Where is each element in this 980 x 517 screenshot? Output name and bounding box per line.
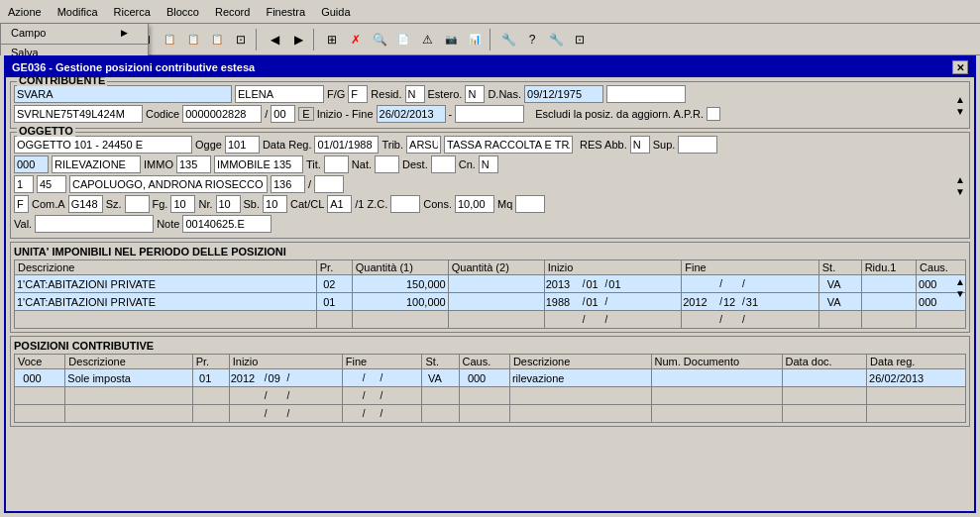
menu-bar: Azione Modifica Ricerca Blocco Record Fi… [0, 0, 980, 24]
menu-item-campo[interactable]: Campo▶ [1, 24, 148, 42]
toolbar-btn-new[interactable]: ⊞ [321, 29, 343, 51]
toolbar-nav-left[interactable]: ◀ [264, 29, 285, 51]
toolbar-btn-4[interactable]: 📋 [206, 29, 228, 51]
menu-modifica[interactable]: Modifica [50, 4, 106, 20]
toolbar-btn-del[interactable]: ✗ [345, 29, 367, 51]
toolbar-btn-search[interactable]: 🔍 [369, 29, 390, 51]
menubar: Azione Modifica Ricerca Blocco Record Fi… [0, 0, 980, 24]
toolbar-separator-2 [313, 29, 317, 51]
toolbar-btn-settings[interactable]: 🔧 [545, 29, 567, 51]
toolbar-btn-cam[interactable]: 📷 [440, 29, 462, 51]
toolbar-btn-chart[interactable]: 📊 [464, 29, 486, 51]
menu-ricerca[interactable]: Ricerca [106, 4, 159, 20]
toolbar-btn-box[interactable]: ⊡ [569, 29, 591, 51]
menu-azione[interactable]: Azione [0, 4, 50, 20]
toolbar-btn-warn[interactable]: ⚠ [416, 29, 438, 51]
toolbar-btn-gear[interactable]: 🔧 [497, 29, 519, 51]
toolbar-separator-3 [490, 29, 493, 51]
azione-dropdown: Campo▶ Salva Stampa Opzioni Stampa Preno… [0, 24, 149, 55]
menu-blocco[interactable]: Blocco [159, 4, 207, 20]
toolbar-btn-2[interactable]: 📋 [159, 29, 180, 51]
toolbar-nav-right[interactable]: ▶ [287, 29, 309, 51]
menu-finestra[interactable]: Finestra [258, 4, 313, 20]
toolbar-btn-3[interactable]: 📋 [182, 29, 204, 51]
toolbar-btn-5[interactable]: ⊡ [230, 29, 252, 51]
toolbar-btn-doc[interactable]: 📄 [392, 29, 414, 51]
toolbar-separator-1 [256, 29, 260, 51]
menu-guida[interactable]: Guida [313, 4, 358, 20]
toolbar-btn-help[interactable]: ? [521, 29, 543, 51]
menu-record[interactable]: Record [207, 4, 258, 20]
menu-item-salva[interactable]: Salva [1, 44, 148, 55]
